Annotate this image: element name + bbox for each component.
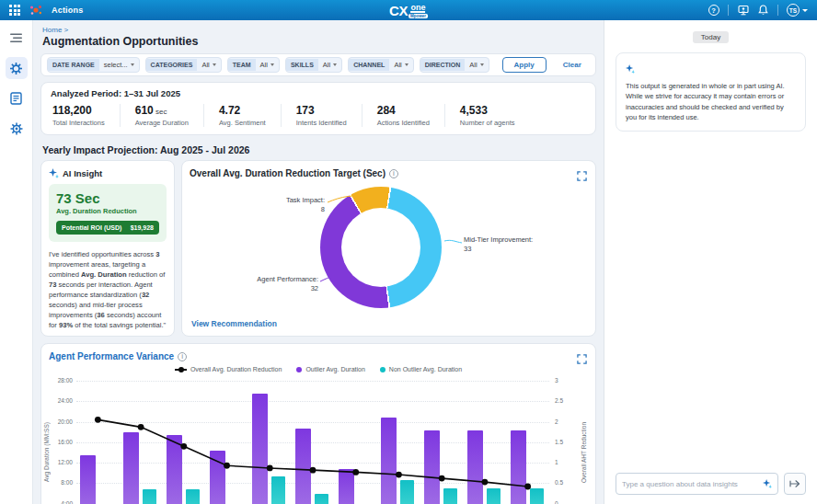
sidebar-item-reports[interactable]: [6, 87, 28, 109]
y-left-tick: 12:00: [47, 459, 73, 465]
legend-label: Non Outlier Avg. Duration: [389, 366, 462, 372]
y-left-axis-label: Avg Duration (MM:SS): [43, 397, 50, 504]
line-point: [482, 479, 489, 486]
line-point: [95, 417, 101, 423]
ai-assistant-panel: Today This output is generated in whole …: [604, 20, 817, 504]
chevron-down-icon: [480, 63, 484, 66]
legend-label: Overall Avg. Duration Reduction: [190, 366, 282, 372]
actions-logo-icon: [29, 4, 43, 17]
breadcrumb[interactable]: Home >: [42, 26, 596, 34]
send-button[interactable]: [784, 473, 806, 495]
duration-reduction-label: Avg. Duration Reduction: [56, 207, 159, 215]
y-right-tick: 1: [555, 459, 573, 465]
help-icon[interactable]: ?: [708, 5, 719, 17]
main-content: Home > Augmentation Opportunities DATE R…: [33, 20, 604, 504]
chevron-down-icon: [405, 63, 408, 66]
info-icon[interactable]: i: [178, 352, 187, 361]
metric-average-duration: 610 secAverage Duration: [120, 104, 203, 127]
notifications-bell-icon[interactable]: [757, 5, 769, 17]
line-point: [524, 484, 531, 490]
info-icon[interactable]: i: [389, 169, 398, 178]
y-right-tick: 0: [555, 500, 573, 504]
roi-label: Potential ROI (USD): [62, 224, 121, 231]
y-right-tick: 0.5: [555, 479, 573, 486]
legend-marker: [296, 367, 302, 372]
roi-badge: Potential ROI (USD) $19,928: [56, 221, 159, 235]
report-document-icon: [10, 92, 22, 105]
filter-chip-date-range[interactable]: DATE RANGEselect...: [47, 57, 140, 73]
section-title: Yearly Impact Projection: Aug 2025 - Jul…: [42, 144, 596, 155]
metric-intents-identified: 173Intents Identified: [281, 104, 362, 127]
hub-gear-icon: [9, 62, 23, 75]
chart-plot-area: [76, 381, 549, 504]
filter-chip-channel[interactable]: CHANNELAll: [348, 57, 414, 73]
roi-value: $19,928: [131, 224, 154, 231]
y-right-axis-label: Overall AHT Reduction: [581, 397, 587, 504]
y-left-tick: 16:00: [47, 439, 73, 445]
chat-input-wrap: [616, 473, 778, 495]
duration-reduction-donut-card: Overall Avg. Duration Reduction Target (…: [181, 160, 596, 337]
avatar: TS: [787, 4, 800, 17]
filter-bar: DATE RANGEselect...CATEGORIESAllTEAMAllS…: [40, 53, 596, 76]
filter-chip-direction[interactable]: DIRECTIONAll: [420, 57, 489, 73]
line-point: [352, 469, 359, 475]
chevron-down-icon: [333, 63, 337, 66]
y-left-tick: 4:00: [47, 500, 73, 504]
chat-question-input[interactable]: [622, 480, 759, 488]
line-point: [180, 443, 187, 450]
line-point: [396, 472, 402, 478]
callout-mid-tier: Mid-Tier Improvement: 33: [464, 235, 565, 254]
legend-label: Outlier Avg. Duration: [305, 366, 364, 372]
filter-chip-categories[interactable]: CATEGORIESAll: [145, 57, 222, 73]
apply-button[interactable]: Apply: [502, 57, 547, 73]
y-right-tick: 3: [555, 377, 573, 384]
ai-insight-title: AI Insight: [63, 168, 102, 178]
metric-actions-identified: 284Actions Identified: [362, 104, 444, 127]
chevron-down-icon: [213, 63, 216, 66]
sidebar-item-actions-hub[interactable]: [6, 57, 28, 79]
line-point: [138, 424, 144, 430]
metric-avg.-sentiment: 4.72Avg. Sentiment: [203, 104, 281, 127]
y-right-tick: 1.5: [555, 439, 573, 445]
line-point: [267, 465, 273, 472]
y-left-tick: 20:00: [47, 418, 73, 425]
clear-button[interactable]: Clear: [563, 61, 581, 69]
view-recommendation-link[interactable]: View Recommendation: [191, 319, 277, 328]
filter-chips: DATE RANGEselect...CATEGORIESAllTEAMAllS…: [47, 57, 489, 73]
line-point: [310, 467, 316, 474]
metric-total-interactions: 118,200Total Interactions: [51, 104, 120, 127]
today-badge: Today: [693, 31, 729, 43]
feedback-kiosk-icon[interactable]: [737, 5, 749, 17]
legend-marker: [380, 367, 385, 372]
duration-reduction-value: 73 Sec: [56, 190, 159, 206]
filter-chip-skills[interactable]: SKILLSAll: [285, 57, 342, 73]
legend-item[interactable]: Outlier Avg. Duration: [296, 366, 364, 372]
page-title: Augmentation Opportunities: [42, 35, 596, 48]
y-right-tick: 2.5: [555, 397, 573, 404]
overall-reduction-line: [76, 381, 549, 504]
analyzed-period-title: Analyzed Period: 1–31 Jul 2025: [51, 88, 586, 98]
legend-item[interactable]: Overall Avg. Duration Reduction: [175, 366, 282, 372]
line-point: [439, 475, 445, 482]
filter-chip-team[interactable]: TEAMAll: [227, 57, 280, 73]
legend-item[interactable]: Non Outlier Avg. Duration: [380, 366, 462, 372]
ai-insight-card: AI Insight 73 Sec Avg. Duration Reductio…: [40, 160, 175, 337]
chart-legend: Overall Avg. Duration ReductionOutlier A…: [41, 366, 595, 372]
user-menu[interactable]: TS: [787, 4, 808, 17]
sidebar-item-settings[interactable]: [6, 118, 28, 140]
ai-highlight-box: 73 Sec Avg. Duration Reduction Potential…: [49, 184, 167, 242]
topbar-divider: [777, 5, 778, 16]
chevron-down-icon: [802, 9, 808, 12]
donut-hole: [341, 208, 420, 287]
sidebar-menu-icon[interactable]: [6, 27, 28, 49]
y-left-tick: 24:00: [47, 397, 73, 404]
ai-disclaimer-card: This output is generated in whole or in …: [616, 52, 806, 132]
app-name: Actions: [52, 6, 83, 15]
topbar-divider: [728, 5, 729, 16]
send-plane-icon: [789, 478, 800, 489]
app-launcher-icon[interactable]: [9, 5, 20, 16]
chat-input-bar: [616, 473, 806, 495]
expand-icon[interactable]: [577, 168, 587, 185]
callout-agent-performance: Agent Performance: 32: [226, 275, 318, 293]
analyzed-period-card: Analyzed Period: 1–31 Jul 2025 118,200To…: [40, 82, 596, 135]
